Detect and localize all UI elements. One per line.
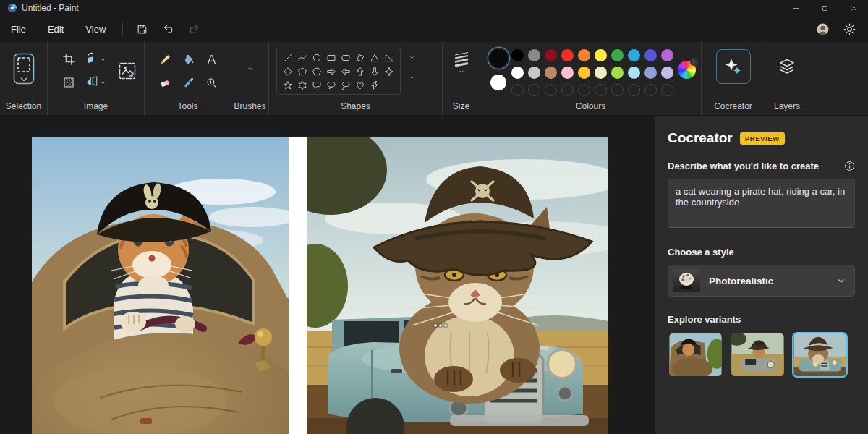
palette-swatch-empty-9[interactable] — [644, 84, 657, 96]
palette-swatch-#8a8a8a[interactable] — [528, 49, 540, 61]
palette-swatch-empty-8[interactable] — [628, 84, 640, 96]
oval-shape[interactable] — [310, 51, 324, 64]
triangle-shape[interactable] — [367, 51, 382, 64]
star-five-shape[interactable] — [281, 78, 295, 92]
shape-fill-button[interactable] — [407, 71, 415, 84]
right-triangle-shape[interactable] — [382, 51, 396, 64]
arrow-up-shape[interactable] — [353, 64, 367, 78]
eraser-tool-button[interactable] — [153, 71, 176, 94]
brushes-button[interactable] — [231, 51, 268, 72]
star-six-shape[interactable] — [295, 78, 310, 92]
arrow-right-shape[interactable] — [324, 64, 339, 78]
palette-swatch-#b963d4[interactable] — [661, 49, 673, 61]
palette-swatch-#fdc62f[interactable] — [578, 67, 590, 79]
magnifier-tool-button[interactable] — [200, 71, 223, 94]
heart-shape[interactable] — [353, 78, 367, 92]
undo-button[interactable] — [156, 19, 179, 39]
menu-view[interactable]: View — [75, 20, 116, 39]
maximize-button[interactable] — [810, 0, 839, 16]
palette-swatch-#8e0e1d[interactable] — [545, 49, 557, 61]
curve-shape[interactable] — [295, 51, 310, 64]
shapes-group: Shapes — [269, 42, 443, 115]
callout-oval-shape[interactable] — [324, 78, 339, 92]
shape-outline-button[interactable] — [407, 51, 415, 64]
palette-swatch-empty-7[interactable] — [611, 84, 624, 96]
palette-swatch-#ba8a66[interactable] — [545, 67, 557, 79]
canvas-image-left[interactable] — [32, 137, 289, 434]
canvas-sheet[interactable] — [32, 137, 608, 434]
palette-swatch-#f78132[interactable] — [578, 49, 590, 61]
resize-button[interactable] — [58, 71, 80, 94]
palette-swatch-#ed3124[interactable] — [561, 49, 574, 61]
plus-icon: + — [690, 58, 698, 66]
drawing-canvas[interactable] — [0, 116, 655, 434]
lightning-shape[interactable] — [367, 78, 382, 92]
arrow-down-shape[interactable] — [367, 64, 382, 78]
variant-thumbnail-2[interactable] — [730, 332, 786, 378]
palette-swatch-empty-3[interactable] — [545, 84, 557, 96]
palette-swatch-#a3e048[interactable] — [611, 67, 624, 79]
eyedropper-tool-button[interactable] — [176, 71, 200, 94]
rounded-rectangle-shape[interactable] — [339, 51, 353, 64]
colour1-swatch[interactable] — [490, 49, 508, 67]
palette-swatch-#8f9fd9[interactable] — [644, 67, 657, 79]
crop-button[interactable] — [58, 48, 80, 71]
palette-swatch-empty-1[interactable] — [511, 84, 524, 96]
callout-round-shape[interactable] — [310, 78, 324, 92]
settings-gear-icon[interactable] — [843, 22, 856, 36]
variant-thumbnail-3[interactable] — [792, 332, 848, 378]
palette-swatch-#2fa8e0[interactable] — [628, 49, 640, 61]
palette-swatch-#c8c8c8[interactable] — [528, 67, 540, 79]
arrow-left-shape[interactable] — [339, 64, 353, 78]
diamond-shape[interactable] — [281, 64, 295, 78]
line-shape[interactable] — [281, 51, 295, 64]
account-avatar-icon[interactable] — [816, 22, 830, 36]
palette-swatch-#3bac49[interactable] — [611, 49, 624, 61]
redo-button[interactable] — [182, 19, 205, 39]
selection-tool-button[interactable] — [9, 48, 38, 90]
palette-swatch-#efebbe[interactable] — [595, 67, 607, 79]
flip-button[interactable] — [82, 71, 109, 94]
minimize-button[interactable] — [781, 0, 810, 16]
canvas-image-right[interactable] — [307, 137, 608, 434]
palette-swatch-#000000[interactable] — [511, 49, 524, 61]
colour2-swatch[interactable] — [490, 75, 506, 90]
image-edit-button[interactable] — [114, 58, 140, 84]
size-button[interactable] — [443, 51, 480, 75]
pentagon-shape[interactable] — [295, 64, 310, 78]
palette-swatch-#ffffff[interactable] — [511, 67, 524, 79]
palette-swatch-#ffe942[interactable] — [595, 49, 607, 61]
prompt-input[interactable]: a cat wearing a pirate hat, riding a car… — [668, 179, 855, 228]
cocreator-button[interactable] — [716, 49, 751, 84]
close-button[interactable] — [839, 0, 868, 16]
hexagon-shape[interactable] — [310, 64, 324, 78]
variant-thumbnail-1[interactable] — [668, 332, 723, 378]
brushes-group-label: Brushes — [231, 101, 268, 111]
menu-edit[interactable]: Edit — [37, 20, 75, 39]
save-button[interactable] — [130, 19, 153, 39]
text-tool-button[interactable] — [200, 48, 223, 71]
rectangle-shape[interactable] — [324, 51, 339, 64]
palette-swatch-empty-5[interactable] — [578, 84, 590, 96]
palette-swatch-#5a56d6[interactable] — [644, 49, 657, 61]
star-four-shape[interactable] — [382, 64, 396, 78]
info-icon[interactable] — [844, 161, 855, 171]
layers-group: Layers — [765, 42, 809, 115]
canvas-white-gap[interactable] — [289, 137, 307, 434]
palette-swatch-#abe0f5[interactable] — [628, 67, 640, 79]
style-dropdown[interactable]: Photorealistic — [668, 265, 855, 297]
palette-swatch-#fac0cf[interactable] — [561, 67, 574, 79]
polygon-shape[interactable] — [353, 51, 367, 64]
layers-button[interactable] — [773, 52, 801, 81]
fill-bucket-tool-button[interactable] — [176, 48, 200, 71]
colours-group: + Colours — [480, 42, 702, 115]
palette-swatch-#c5b8eb[interactable] — [661, 67, 673, 79]
callout-cloud-shape[interactable] — [339, 78, 353, 92]
menu-file[interactable]: File — [0, 20, 37, 39]
palette-swatch-empty-6[interactable] — [595, 84, 607, 96]
palette-swatch-empty-2[interactable] — [528, 84, 540, 96]
palette-swatch-empty-4[interactable] — [561, 84, 574, 96]
pencil-tool-button[interactable] — [153, 48, 176, 71]
palette-swatch-empty-10[interactable] — [661, 84, 673, 96]
rotate-button[interactable] — [82, 48, 109, 71]
